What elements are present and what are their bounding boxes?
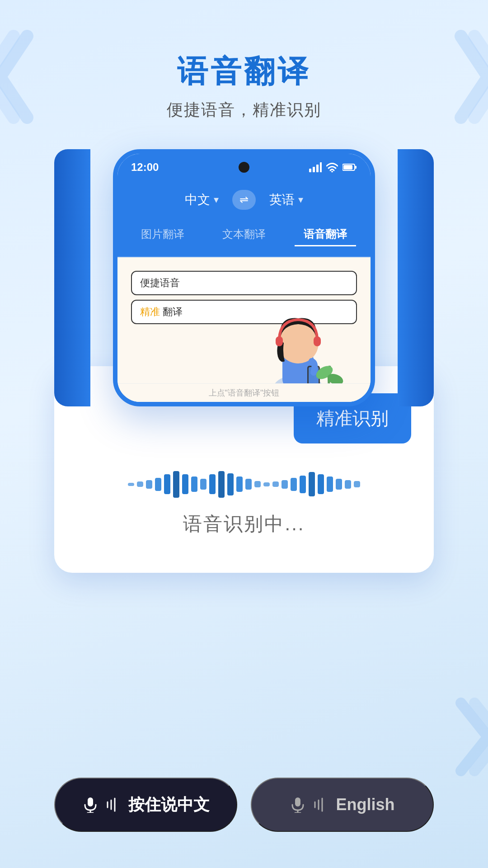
hold-speak-chinese-button[interactable]: 按住说中文 [54,778,237,832]
phone-mockup: 12:00 [81,149,407,406]
svg-rect-11 [276,336,283,346]
recognition-status: 语音识别中... [77,511,411,537]
swap-icon: ⇌ [239,193,249,206]
wave-bar [272,481,279,487]
hold-speak-english-button[interactable]: English [251,778,434,832]
tab-image-translate[interactable]: 图片翻译 [132,223,193,246]
wave-bar [345,480,351,489]
page-title: 语音翻译 [0,54,488,88]
bubble-2-highlight: 精准 [140,306,160,317]
phone-tab-bar: 图片翻译 文本翻译 语音翻译 [117,219,371,257]
phone-left-flap [54,149,90,406]
svg-rect-7 [343,165,352,170]
bottom-buttons-area: 按住说中文 English [54,778,434,832]
wave-bar [309,472,315,496]
phone-device: 12:00 [113,149,375,406]
wave-bar [245,479,252,490]
wave-bar [300,476,306,493]
wave-bar [128,483,134,486]
wave-bar [209,474,216,494]
mic-english-icon [290,797,306,813]
svg-rect-2 [316,165,319,172]
wave-bar [182,474,188,494]
source-lang-label: 中文 [185,191,210,208]
status-camera-dot [239,162,249,173]
page-header: 语音翻译 便捷语音，精准识别 [0,0,488,121]
phone-content-area: 便捷语音 精准 翻译 [117,257,371,402]
wave-bar [164,474,170,494]
svg-rect-23 [295,797,300,807]
wave-bar [137,481,143,487]
wave-bar [263,482,270,486]
svg-rect-6 [355,166,357,169]
wave-visualization [77,471,411,498]
source-lang-arrow: ▾ [214,194,219,206]
source-lang-btn[interactable]: 中文 ▾ [185,191,219,208]
recognition-bubble-text: 精准识别 [316,408,389,428]
wave-bar [155,478,161,491]
svg-rect-17 [88,797,93,807]
svg-rect-0 [309,169,311,172]
wave-bar [327,476,333,492]
wave-bar [282,480,288,489]
svg-rect-12 [314,336,321,346]
wave-bar [318,474,324,494]
target-lang-arrow: ▾ [298,194,303,206]
swap-lang-btn[interactable]: ⇌ [232,190,256,210]
wave-bar [146,480,152,489]
bubble-1-text: 便捷语音 [140,277,180,288]
wave-bar [291,478,297,491]
wave-bar [218,471,225,498]
svg-rect-1 [313,167,315,172]
wave-bar [191,476,197,492]
page-subtitle: 便捷语音，精准识别 [0,99,488,121]
hold-speak-english-label: English [336,795,394,814]
svg-point-4 [331,171,333,172]
phone-status-bar: 12:00 [117,154,371,181]
target-lang-btn[interactable]: 英语 ▾ [269,191,303,208]
status-icons [309,162,357,172]
wave-bar [254,481,261,487]
tab-text-translate[interactable]: 文本翻译 [213,223,275,246]
phone-bottom-hint: 上点"语音翻译"按钮 [117,383,371,402]
phone-bottom-hint-text: 上点"语音翻译"按钮 [209,388,280,397]
wave-bar [173,471,179,498]
wave-bar [200,479,206,490]
hold-speak-chinese-label: 按住说中文 [128,794,210,816]
phone-right-flap [398,149,434,406]
wave-bar [227,473,234,495]
bubble-1: 便捷语音 [131,271,357,295]
wifi-icon [326,162,338,172]
deco-chevron-right-bottom [452,696,488,778]
phone-lang-bar: 中文 ▾ ⇌ 英语 ▾ [117,181,371,219]
wave-bar [354,481,360,487]
svg-rect-3 [320,162,322,172]
bubble-2-suffix: 翻译 [160,306,183,317]
wave-bar [336,479,342,490]
target-lang-label: 英语 [269,191,295,208]
wave-bar [236,476,243,492]
tab-voice-translate[interactable]: 语音翻译 [295,223,356,246]
status-time: 12:00 [131,161,159,174]
signal-icon [309,162,322,172]
mic-chinese-icon [82,797,99,813]
sound-wave-english-icon [314,797,328,813]
sound-wave-chinese-icon [107,797,120,813]
battery-icon [343,163,357,171]
